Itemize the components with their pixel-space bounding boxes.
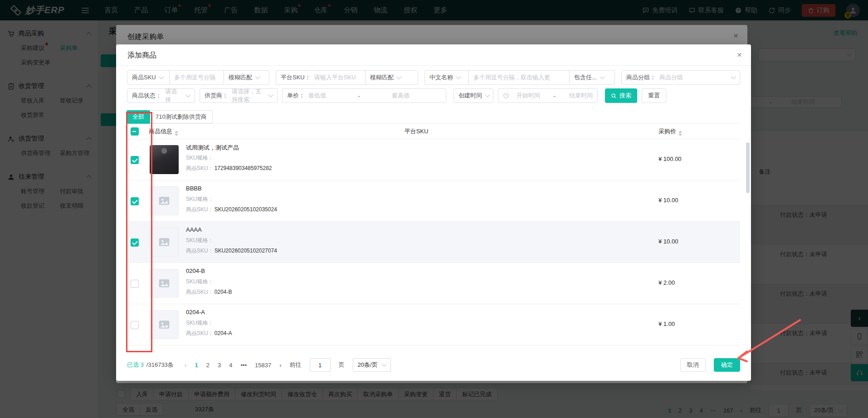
- product-group-filter: 商品分组：商品分组: [621, 70, 740, 85]
- product-sku: 商品SKU：1729483903485975282: [186, 165, 272, 172]
- product-table-header: 商品信息 平台SKU 采购价: [127, 123, 740, 139]
- product-title: 0204-B: [186, 267, 205, 274]
- tab-all[interactable]: 全部: [127, 110, 150, 124]
- product-spec: SKU规格：: [186, 237, 214, 244]
- product-checkbox[interactable]: [131, 321, 139, 329]
- page-number[interactable]: 1: [195, 362, 198, 369]
- sort-icon[interactable]: [175, 131, 178, 136]
- chevron-down-icon: [456, 74, 461, 79]
- name-match-select[interactable]: 包含任...: [569, 71, 614, 84]
- time-type-select[interactable]: 创建时间: [454, 89, 493, 102]
- total-records: /316733条: [146, 361, 174, 369]
- unit-price-filter: 单价：最低值-最高值: [282, 88, 446, 103]
- status-select[interactable]: 商品状态：请选择: [127, 89, 195, 102]
- confirm-button[interactable]: 确定: [714, 358, 740, 372]
- product-spec: SKU规格：: [186, 278, 214, 286]
- name-field-select[interactable]: 中文名称: [425, 71, 468, 84]
- chevron-down-icon: [381, 361, 386, 366]
- next-page-arrow[interactable]: ›: [279, 362, 281, 369]
- product-spec: SKU规格：: [186, 319, 214, 327]
- group-select[interactable]: 商品分组：商品分组: [622, 71, 740, 84]
- goto-label: 前往: [290, 361, 302, 369]
- product-row[interactable]: BBBB SKU规格： 商品SKU：SKU20260205102035024 ¥…: [127, 180, 740, 222]
- per-page-select[interactable]: 20条/页: [353, 358, 391, 372]
- sort-icon[interactable]: [678, 131, 682, 136]
- page-unit-label: 页: [339, 361, 345, 369]
- modal-pagination: 1234•••15837: [195, 362, 272, 369]
- page-number[interactable]: 4: [229, 362, 232, 369]
- product-title: AAAA: [186, 226, 202, 233]
- time-range-filter: 开始时间 - 结束时间: [498, 88, 598, 103]
- scrollbar-thumb[interactable]: [746, 142, 750, 193]
- chevron-down-icon: [185, 92, 190, 97]
- modal-footer: 已选 3 /316733条 ‹ 1234•••15837 › 前往 1 页 20…: [127, 357, 740, 373]
- page-number[interactable]: 15837: [255, 362, 271, 369]
- product-checkbox[interactable]: [131, 280, 139, 288]
- chevron-down-icon: [268, 92, 273, 97]
- col-product-info[interactable]: 商品信息: [149, 127, 178, 136]
- name-input[interactable]: 多个用逗号分隔，双击输入更: [468, 71, 569, 84]
- supplier-filter: 供货商：请选择，支持搜索: [200, 88, 278, 103]
- page-number[interactable]: •••: [240, 362, 247, 369]
- filter-row-1: 商品SKU 多个用逗号分隔 模糊匹配 平台SKU：请输入平台SKU 模糊匹配 中…: [127, 70, 740, 85]
- close-icon[interactable]: ×: [737, 50, 742, 59]
- erp-screen: 妙手ERP 首页产品订单托管广告数据采购仓库分销物流授权更多 免费培训 联系客服…: [0, 0, 868, 418]
- time-type-filter: 创建时间: [454, 88, 493, 103]
- reset-button[interactable]: 重置: [642, 88, 666, 103]
- col-platform-sku: 平台SKU: [396, 127, 437, 136]
- product-row[interactable]: AAAA SKU规格： 商品SKU：SKU20260205102027074 ¥…: [127, 222, 740, 263]
- selected-count: 已选 3: [127, 361, 144, 369]
- product-photo: [150, 145, 179, 174]
- page-number[interactable]: 3: [218, 362, 221, 369]
- image-placeholder-icon: [150, 186, 179, 215]
- product-sku-filter: 商品SKU 多个用逗号分隔 模糊匹配: [127, 70, 269, 85]
- page-number[interactable]: 2: [206, 362, 210, 369]
- filter-row-2: 商品状态：请选择 供货商：请选择，支持搜索 单价：最低值-最高值 创建时间 开始…: [127, 88, 666, 103]
- supplier-select[interactable]: 供货商：请选择，支持搜索: [200, 89, 277, 102]
- sku-field-select[interactable]: 商品SKU: [127, 71, 169, 84]
- product-checkbox[interactable]: [131, 156, 139, 164]
- add-product-modal: 添加商品 × 商品SKU 多个用逗号分隔 模糊匹配 平台SKU：请输入平台SKU…: [116, 44, 751, 381]
- product-sku: 商品SKU：SKU20260205102027074: [186, 247, 277, 255]
- goto-page-input[interactable]: 1: [310, 358, 331, 372]
- product-sku: 商品SKU：0204-A: [186, 330, 232, 337]
- product-spec: SKU规格：: [186, 195, 214, 203]
- clock-icon: [503, 92, 509, 99]
- purchase-price: ¥ 2.00: [658, 279, 675, 286]
- chinese-name-filter: 中文名称 多个用逗号分隔，双击输入更 包含任...: [424, 70, 615, 85]
- supplier-tabs: 全部 710测试删除供货商: [127, 110, 213, 124]
- modal-header: 添加商品 ×: [116, 44, 751, 66]
- purchase-price: ¥ 10.00: [658, 197, 678, 204]
- price-range-input[interactable]: 单价：最低值-最高值: [283, 89, 446, 102]
- col-purchase-price[interactable]: 采购价: [658, 127, 682, 136]
- image-placeholder-icon: [150, 269, 179, 298]
- product-row[interactable]: 0204-B SKU规格： 商品SKU：0204-B ¥ 2.00: [127, 263, 740, 304]
- chevron-down-icon: [731, 74, 736, 79]
- chevron-down-icon: [485, 92, 490, 97]
- platform-sku-filter: 平台SKU：请输入平台SKU 模糊匹配: [276, 70, 418, 85]
- purchase-price: ¥ 100.00: [658, 156, 682, 162]
- product-checkbox[interactable]: [131, 197, 139, 205]
- platform-match-select[interactable]: 模糊匹配: [365, 71, 418, 84]
- purchase-price: ¥ 10.00: [658, 238, 678, 245]
- product-spec: SKU规格：: [186, 154, 214, 162]
- sku-input[interactable]: 多个用逗号分隔: [169, 71, 224, 84]
- image-placeholder-icon: [150, 228, 179, 257]
- chevron-down-icon: [255, 74, 260, 79]
- purchase-price: ¥ 1.00: [658, 321, 675, 327]
- product-table-body: 试用测试，测试产品 SKU规格： 商品SKU：17294839034859752…: [127, 139, 740, 345]
- sku-match-select[interactable]: 模糊匹配: [224, 71, 269, 84]
- search-button[interactable]: 搜索: [605, 88, 637, 103]
- platform-sku-input[interactable]: 平台SKU：请输入平台SKU: [276, 71, 365, 84]
- product-sku: 商品SKU：0204-B: [186, 288, 232, 296]
- cancel-button[interactable]: 取消: [680, 358, 706, 372]
- prev-page-arrow[interactable]: ‹: [185, 361, 187, 369]
- select-all-products-checkbox[interactable]: [131, 127, 139, 136]
- product-checkbox[interactable]: [131, 238, 139, 247]
- date-range-picker[interactable]: 开始时间 - 结束时间: [498, 89, 597, 102]
- tab-supplier-710[interactable]: 710测试删除供货商: [150, 110, 213, 124]
- product-status-filter: 商品状态：请选择: [127, 88, 195, 103]
- product-row[interactable]: 0204-A SKU规格： 商品SKU：0204-A ¥ 1.00: [127, 304, 740, 345]
- product-sku: 商品SKU：SKU20260205102035024: [186, 206, 277, 214]
- product-row[interactable]: 试用测试，测试产品 SKU规格： 商品SKU：17294839034859752…: [127, 139, 740, 180]
